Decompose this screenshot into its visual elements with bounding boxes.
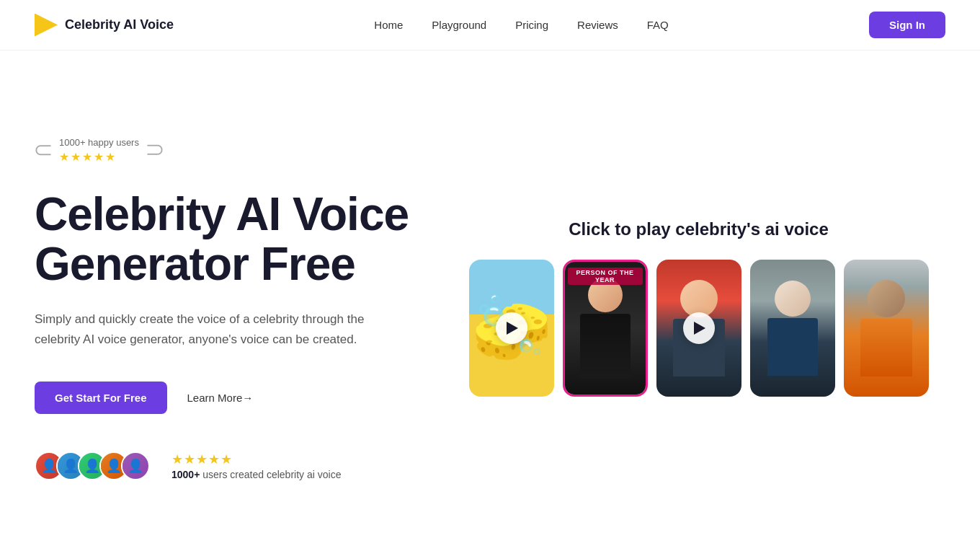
brand-logo-icon <box>35 14 58 37</box>
happy-users-badge: ⸦ 1000+ happy users ★★★★★ ⸧ <box>35 136 409 164</box>
badge-text: 1000+ happy users <box>59 137 139 148</box>
social-proof: 👤 👤 👤 👤 👤 ★★★★★ 1000+ users created cele… <box>35 451 409 480</box>
biden-face <box>775 281 811 317</box>
celebrity-card-taylor[interactable]: PERSON OF THE YEAR <box>563 260 648 397</box>
proof-count-number: 1000+ <box>172 469 200 480</box>
celebrity-card-modi[interactable] <box>844 260 929 397</box>
taylor-body <box>580 314 631 379</box>
proof-count: 1000+ users created celebrity ai voice <box>172 469 341 480</box>
celebrity-section-title: Click to play celebrity's ai voice <box>569 219 829 239</box>
get-start-button[interactable]: Get Start For Free <box>35 382 167 414</box>
celebrity-card-trump[interactable] <box>656 260 741 397</box>
cta-row: Get Start For Free Learn More→ <box>35 382 409 414</box>
celebrity-card-spongebob[interactable]: 🧽 <box>469 260 554 397</box>
hero-right: Click to play celebrity's ai voice 🧽 <box>409 219 945 397</box>
avatar-5: 👤 <box>121 451 150 480</box>
proof-stars: ★★★★★ <box>172 451 341 467</box>
modi-body <box>860 319 912 376</box>
play-triangle-icon-2 <box>694 322 705 335</box>
main-headline: Celebrity AI Voice Generator Free <box>35 190 409 289</box>
headline-line1: Celebrity AI Voice <box>35 188 409 240</box>
celebrity-card-biden[interactable] <box>750 260 835 397</box>
biden-body <box>767 318 818 376</box>
laurel-right-icon: ⸧ <box>146 138 164 162</box>
person-of-year-badge: PERSON OF THE YEAR <box>568 268 643 285</box>
hero-left: ⸦ 1000+ happy users ★★★★★ ⸧ Celebrity AI… <box>35 136 409 480</box>
proof-count-label: users created celebrity ai voice <box>200 469 341 480</box>
biden-figure <box>750 260 835 397</box>
brand-link[interactable]: Celebrity AI Voice <box>35 14 174 37</box>
trump-play-button[interactable] <box>683 312 715 344</box>
nav-reviews[interactable]: Reviews <box>577 19 618 31</box>
modi-face <box>868 280 905 317</box>
nav-pricing[interactable]: Pricing <box>515 19 548 31</box>
hero-subtext: Simply and quickly create the voice of a… <box>35 309 380 350</box>
signin-button[interactable]: Sign In <box>869 12 945 38</box>
learn-more-button[interactable]: Learn More→ <box>187 392 254 404</box>
badge-info: 1000+ happy users ★★★★★ <box>59 136 139 164</box>
hero-section: ⸦ 1000+ happy users ★★★★★ ⸧ Celebrity AI… <box>0 50 980 551</box>
nav-faq[interactable]: FAQ <box>647 19 669 31</box>
brand-name: Celebrity AI Voice <box>65 17 174 32</box>
celebrity-grid: 🧽 PERSON OF THE YEAR <box>469 260 929 397</box>
modi-figure <box>844 260 929 397</box>
avatar-group: 👤 👤 👤 👤 👤 <box>35 451 150 480</box>
modi-image <box>844 260 929 397</box>
nav-playground[interactable]: Playground <box>432 19 486 31</box>
spongebob-play-button[interactable] <box>496 312 527 344</box>
play-triangle-icon <box>507 322 518 335</box>
navbar: Celebrity AI Voice Home Playground Prici… <box>0 0 980 50</box>
proof-text-block: ★★★★★ 1000+ users created celebrity ai v… <box>172 451 341 480</box>
nav-links: Home Playground Pricing Reviews FAQ <box>374 19 668 31</box>
biden-image <box>750 260 835 397</box>
headline-line2: Generator Free <box>35 238 355 290</box>
nav-home[interactable]: Home <box>374 19 403 31</box>
badge-stars: ★★★★★ <box>59 150 139 164</box>
laurel-left-icon: ⸦ <box>35 138 52 162</box>
